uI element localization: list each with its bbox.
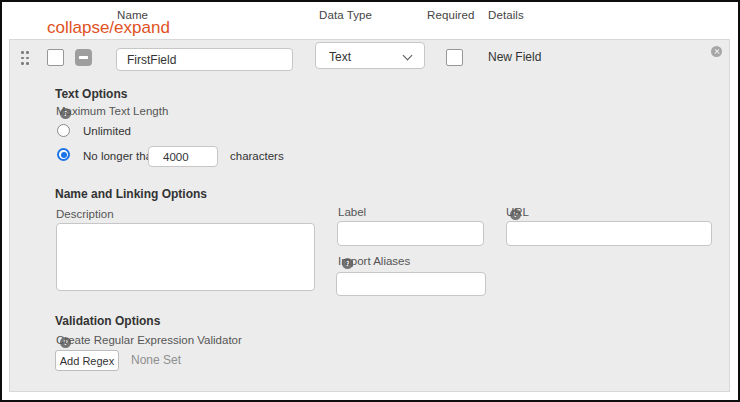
import-aliases-input[interactable] [336, 272, 486, 296]
data-type-select[interactable]: Text [315, 42, 425, 69]
collapse-expand-annotation: collapse/expand [47, 18, 170, 38]
drag-handle-icon[interactable] [20, 50, 30, 66]
field-editor-panel: Text New Field Text Options Maximum Text… [9, 39, 730, 392]
unlimited-radio[interactable] [57, 124, 70, 137]
description-textarea[interactable] [56, 223, 315, 291]
regex-validator-label: Create Regular Expression Validator? [56, 334, 71, 348]
characters-label: characters [230, 150, 284, 162]
max-text-length-label-text: Maximum Text Length [56, 105, 168, 117]
collapse-expand-button[interactable] [75, 49, 92, 66]
field-properties-screen: Name Data Type Required Details collapse… [0, 0, 740, 402]
minus-icon [79, 56, 88, 59]
required-checkbox[interactable] [446, 49, 463, 66]
label-label: Label [338, 206, 366, 218]
regex-validator-label-text: Create Regular Expression Validator [56, 334, 242, 346]
description-label: Description [56, 208, 114, 220]
column-header-data-type: Data Type [319, 9, 372, 21]
row-select-checkbox[interactable] [47, 49, 64, 66]
remove-field-icon[interactable] [711, 46, 722, 57]
validation-options-title: Validation Options [55, 314, 160, 328]
no-longer-than-radio[interactable] [57, 148, 70, 161]
url-input[interactable] [506, 221, 712, 246]
import-aliases-label: Import Aliases? [338, 255, 353, 269]
import-aliases-label-text: Import Aliases [338, 255, 410, 267]
add-regex-button[interactable]: Add Regex [55, 350, 119, 371]
max-text-length-label: Maximum Text Length? [56, 105, 71, 119]
label-input[interactable] [337, 221, 484, 246]
chevron-down-icon [404, 52, 412, 60]
column-header-required: Required [427, 9, 474, 21]
url-label: URL? [506, 206, 521, 220]
unlimited-label: Unlimited [83, 125, 131, 137]
text-options-title: Text Options [55, 87, 127, 101]
max-chars-input[interactable] [148, 146, 218, 167]
data-type-selected-value: Text [329, 50, 351, 64]
none-set-text: None Set [131, 353, 181, 367]
url-label-text: URL [506, 206, 529, 218]
column-header-details: Details [488, 9, 524, 21]
field-name-input[interactable] [116, 48, 293, 71]
field-details-text: New Field [488, 50, 541, 64]
name-linking-title: Name and Linking Options [55, 187, 207, 201]
